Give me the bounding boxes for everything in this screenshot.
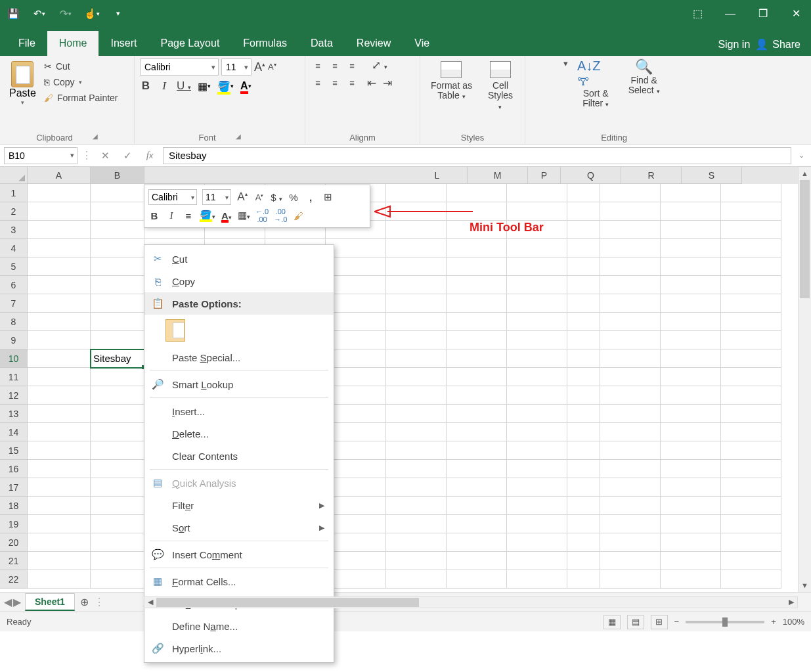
cell[interactable]: [600, 221, 661, 239]
cell[interactable]: [28, 331, 91, 349]
align-middle-icon[interactable]: ≡: [328, 58, 342, 73]
mini-accounting-icon[interactable]: $ ▾: [271, 192, 282, 203]
share-button[interactable]: 👤 Share: [755, 38, 800, 51]
tab-formulas[interactable]: Formulas: [231, 31, 299, 56]
mini-format-painter-icon[interactable]: 🖌: [292, 210, 304, 221]
cell[interactable]: [661, 258, 721, 276]
cell[interactable]: [326, 313, 386, 331]
cell[interactable]: [661, 239, 721, 258]
cell[interactable]: [91, 294, 144, 313]
cell[interactable]: [28, 386, 91, 405]
cell[interactable]: [326, 441, 386, 460]
cell[interactable]: [507, 184, 567, 202]
cell[interactable]: [721, 441, 781, 460]
scroll-left-icon[interactable]: ◀: [144, 597, 156, 608]
close-icon[interactable]: ✕: [786, 4, 806, 24]
col-header-a[interactable]: A: [28, 167, 91, 184]
font-size-combo[interactable]: 11: [221, 58, 252, 76]
cell[interactable]: [721, 221, 781, 239]
cell[interactable]: [28, 276, 91, 294]
cell[interactable]: [91, 441, 144, 460]
cut-button[interactable]: ✂Cut: [43, 60, 120, 73]
mini-italic-icon[interactable]: I: [165, 210, 177, 221]
cell[interactable]: [661, 331, 721, 349]
cell[interactable]: [507, 570, 567, 589]
cell[interactable]: [386, 405, 447, 423]
cell[interactable]: [447, 570, 507, 589]
cell[interactable]: [326, 349, 386, 368]
mini-fill-icon[interactable]: 🪣▾: [200, 210, 215, 221]
cell[interactable]: [600, 184, 661, 202]
cell[interactable]: [507, 478, 567, 497]
cell[interactable]: [721, 184, 781, 202]
cell[interactable]: [721, 239, 781, 258]
cell[interactable]: [447, 423, 507, 441]
ctx-sort[interactable]: Sort▶: [144, 516, 334, 539]
cell[interactable]: [386, 313, 447, 331]
redo-icon[interactable]: ↷ ▾: [58, 6, 74, 22]
mini-borders-icon[interactable]: ▦▾: [238, 210, 250, 221]
cell[interactable]: [721, 570, 781, 589]
row-header-7[interactable]: 7: [0, 294, 28, 313]
cell[interactable]: [600, 386, 661, 405]
ctx-paste-default[interactable]: [144, 315, 334, 346]
cell[interactable]: [91, 515, 144, 533]
cell[interactable]: [91, 478, 144, 497]
align-right-icon[interactable]: ≡: [345, 76, 359, 90]
paste-button[interactable]: Paste ▾: [5, 58, 40, 108]
row-header-1[interactable]: 1: [0, 184, 28, 202]
cell[interactable]: [386, 497, 447, 515]
cell[interactable]: [661, 221, 721, 239]
cell[interactable]: [507, 349, 567, 368]
cell[interactable]: [91, 258, 144, 276]
cell[interactable]: [28, 239, 91, 258]
cell[interactable]: [507, 497, 567, 515]
align-left-icon[interactable]: ≡: [311, 76, 325, 90]
expand-formula-bar-icon[interactable]: ⌄: [795, 151, 807, 160]
ctx-paste-special[interactable]: Paste Special...: [144, 346, 334, 369]
cell[interactable]: [600, 313, 661, 331]
cell[interactable]: [661, 184, 721, 202]
tab-file[interactable]: File: [7, 31, 47, 56]
vertical-scrollbar[interactable]: ▲ ▼: [798, 167, 811, 592]
cell[interactable]: [721, 515, 781, 533]
autosum-icon[interactable]: ▾: [563, 58, 568, 68]
cell[interactable]: [28, 478, 91, 497]
save-icon[interactable]: 💾: [5, 6, 21, 22]
cell[interactable]: [28, 515, 91, 533]
cell[interactable]: [447, 239, 507, 258]
cell[interactable]: [567, 405, 600, 423]
font-name-combo[interactable]: Calibri: [140, 58, 219, 76]
cell[interactable]: [507, 515, 567, 533]
cell[interactable]: [326, 570, 386, 589]
fill-color-button[interactable]: 🪣 ▾: [217, 80, 234, 93]
row-header-18[interactable]: 18: [0, 497, 28, 515]
cell[interactable]: [326, 294, 386, 313]
col-header-s[interactable]: S: [682, 167, 742, 184]
cell[interactable]: [661, 202, 721, 221]
horizontal-scrollbar[interactable]: ◀ ▶: [144, 596, 798, 608]
cell[interactable]: [91, 570, 144, 589]
mini-decrease-decimal-icon[interactable]: .00→.0: [274, 208, 287, 223]
row-header-11[interactable]: 11: [0, 368, 28, 386]
zoom-level[interactable]: 100%: [783, 617, 804, 627]
cell[interactable]: [28, 184, 91, 202]
cell[interactable]: [507, 331, 567, 349]
restore-icon[interactable]: ❐: [753, 4, 773, 24]
cell[interactable]: [567, 515, 600, 533]
cell[interactable]: [507, 423, 567, 441]
cell[interactable]: [28, 221, 91, 239]
cell[interactable]: [567, 423, 600, 441]
cell[interactable]: [600, 423, 661, 441]
cell[interactable]: [28, 405, 91, 423]
cell[interactable]: [600, 276, 661, 294]
cell[interactable]: [721, 478, 781, 497]
cell[interactable]: [661, 478, 721, 497]
cell[interactable]: [91, 368, 144, 386]
cell[interactable]: [600, 294, 661, 313]
cell[interactable]: [91, 533, 144, 552]
cell[interactable]: [91, 460, 144, 478]
cell[interactable]: [326, 258, 386, 276]
cell[interactable]: [567, 313, 600, 331]
cell[interactable]: [447, 349, 507, 368]
